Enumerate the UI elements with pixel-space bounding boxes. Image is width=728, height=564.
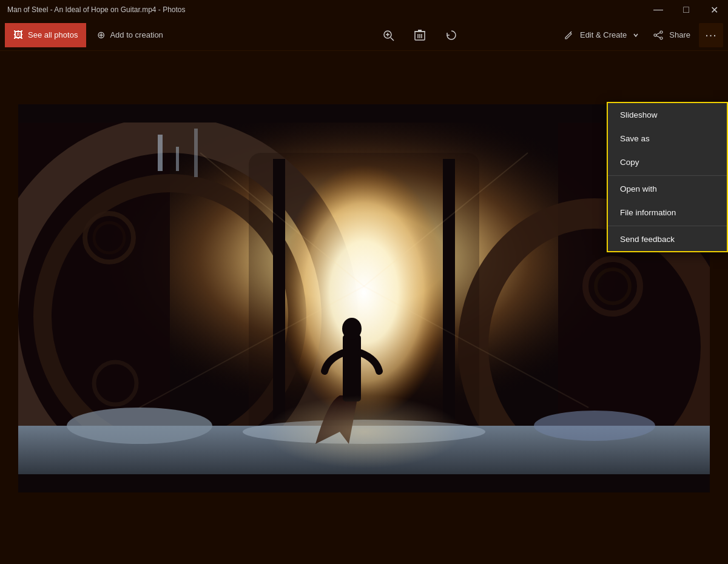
svg-rect-34 xyxy=(194,129,198,177)
edit-create-button[interactable]: Edit & Create xyxy=(558,23,645,47)
see-all-photos-label: See all photos xyxy=(28,30,78,39)
zoom-button[interactable] xyxy=(376,23,400,47)
menu-divider-2 xyxy=(608,226,727,226)
svg-rect-33 xyxy=(176,147,179,171)
save-as-menu-item[interactable]: Save as xyxy=(608,127,727,150)
window-title: Man of Steel - An Ideal of Hope on Guita… xyxy=(7,5,721,14)
minimize-button[interactable]: — xyxy=(644,0,672,19)
menu-divider-1 xyxy=(608,175,727,176)
add-to-creation-button[interactable]: ⊕ Add to creation xyxy=(89,23,171,47)
svg-point-12 xyxy=(654,34,656,36)
svg-rect-32 xyxy=(158,135,163,171)
copy-menu-item[interactable]: Copy xyxy=(608,150,727,174)
more-dots-icon: ··· xyxy=(705,28,717,42)
send-feedback-label: Send feedback xyxy=(620,235,675,244)
file-information-menu-item[interactable]: File information xyxy=(608,201,727,224)
copy-label: Copy xyxy=(620,158,639,167)
more-options-button[interactable]: ··· xyxy=(699,23,723,47)
svg-rect-43 xyxy=(18,104,710,123)
share-label: Share xyxy=(669,30,690,39)
svg-line-14 xyxy=(656,33,660,35)
maximize-button[interactable]: □ xyxy=(672,0,700,19)
title-bar: Man of Steel - An Ideal of Hope on Guita… xyxy=(0,0,728,19)
edit-create-label: Edit & Create xyxy=(580,30,627,39)
toolbar: 🖼 See all photos ⊕ Add to creation xyxy=(0,19,728,51)
main-content: Slideshow Save as Copy Open with File in… xyxy=(0,51,728,564)
slideshow-menu-item[interactable]: Slideshow xyxy=(608,103,727,127)
add-to-creation-label: Add to creation xyxy=(110,30,163,39)
slideshow-label: Slideshow xyxy=(620,110,658,119)
svg-line-10 xyxy=(570,32,571,33)
photos-icon: 🖼 xyxy=(13,30,23,41)
toolbar-right: Edit & Create Share ··· xyxy=(558,23,723,47)
svg-line-1 xyxy=(391,38,394,41)
dropdown-menu: Slideshow Save as Copy Open with File in… xyxy=(607,102,728,252)
toolbar-left: 🖼 See all photos ⊕ Add to creation xyxy=(5,23,281,47)
open-with-label: Open with xyxy=(620,184,657,193)
svg-point-13 xyxy=(660,37,662,39)
rotate-button[interactable] xyxy=(439,23,463,47)
file-information-label: File information xyxy=(620,208,676,217)
delete-button[interactable] xyxy=(408,23,432,47)
scene-image xyxy=(18,104,710,492)
svg-rect-44 xyxy=(18,474,710,492)
open-with-menu-item[interactable]: Open with xyxy=(608,177,727,201)
see-all-photos-button[interactable]: 🖼 See all photos xyxy=(5,23,86,47)
share-button[interactable]: Share xyxy=(647,23,696,47)
photo-display xyxy=(18,104,710,492)
svg-point-11 xyxy=(660,31,662,33)
save-as-label: Save as xyxy=(620,134,650,143)
send-feedback-menu-item[interactable]: Send feedback xyxy=(608,227,727,251)
add-icon: ⊕ xyxy=(97,29,105,41)
svg-point-29 xyxy=(67,408,212,444)
svg-line-15 xyxy=(656,36,660,38)
toolbar-center xyxy=(281,23,558,47)
close-button[interactable]: ✕ xyxy=(700,0,728,19)
svg-point-30 xyxy=(534,411,655,441)
svg-rect-37 xyxy=(200,347,528,468)
window-controls: — □ ✕ xyxy=(644,0,728,19)
svg-point-36 xyxy=(342,318,362,340)
